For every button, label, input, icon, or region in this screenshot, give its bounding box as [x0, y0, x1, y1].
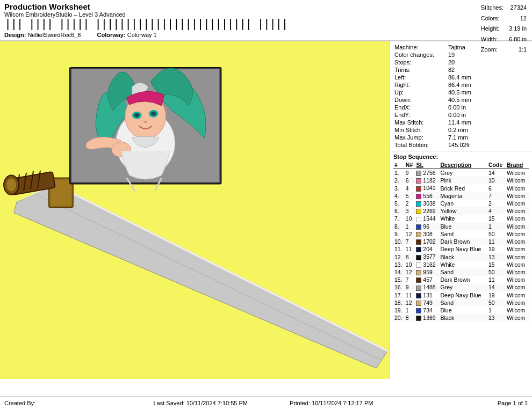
- stop-brand: Wilcom: [506, 215, 529, 222]
- color-swatch: [416, 293, 421, 298]
- machine-value: 40.5 mm: [447, 89, 529, 96]
- stop-st: 2756: [415, 169, 439, 177]
- stop-row: 10. 7 1702 Dark Brown 11 Wilcom: [393, 238, 529, 245]
- stop-row: 13. 10 3162 White 15 Wilcom: [393, 261, 529, 268]
- stop-n: 10: [405, 215, 415, 222]
- footer-created-label: Created By:: [4, 400, 35, 406]
- stop-n: 1: [405, 306, 415, 314]
- stop-n: 8: [405, 314, 415, 322]
- machine-label: Right:: [393, 81, 447, 89]
- stop-st: 556: [415, 192, 439, 200]
- footer-saved-value: 10/11/2024 7:10:55 PM: [186, 400, 248, 406]
- stop-n: 6: [405, 177, 415, 184]
- machine-value: 20: [447, 59, 529, 66]
- stop-n: 4: [405, 184, 415, 192]
- design-value: NellielSwordRec6_8: [27, 32, 81, 38]
- col-num: #: [393, 161, 405, 169]
- stop-st: 1182: [415, 177, 439, 184]
- stop-st: 2269: [415, 207, 439, 215]
- svg-point-19: [151, 112, 156, 116]
- stop-code: 50: [487, 299, 506, 306]
- stop-code: 14: [487, 169, 506, 177]
- stop-row: 9. 12 308 Sand 50 Wilcom: [393, 230, 529, 238]
- machine-label: Trims:: [393, 66, 447, 74]
- stop-row: 5. 2 3038 Cyan 2 Wilcom: [393, 200, 529, 207]
- stop-num: 7.: [393, 215, 405, 222]
- barcode: ||| |||| ||||| |||||||||||||||||||||||||…: [4, 19, 287, 31]
- stop-num: 18.: [393, 299, 405, 306]
- machine-info-row: EndY:0.00 in: [393, 111, 529, 119]
- col-code: Code: [487, 161, 506, 169]
- stop-n: 12: [405, 299, 415, 306]
- stop-desc: Blue: [440, 306, 488, 314]
- stop-brand: Wilcom: [506, 261, 529, 268]
- colorway-value: Colorway 1: [127, 32, 157, 38]
- stop-num: 9.: [393, 230, 405, 238]
- stop-code: 14: [487, 283, 506, 291]
- embroidery-illustration: [0, 41, 390, 379]
- embroidery-area: [0, 41, 390, 379]
- machine-label: Max Stitch:: [393, 119, 447, 126]
- stop-row: 6. 3 2269 Yellow 4 Wilcom: [393, 207, 529, 215]
- color-swatch: [416, 186, 421, 192]
- stop-brand: Wilcom: [506, 276, 529, 283]
- stop-num: 5.: [393, 200, 405, 207]
- stop-row: 1. 9 2756 Grey 14 Wilcom: [393, 169, 529, 177]
- stop-row: 2. 6 1182 Pink 10 Wilcom: [393, 177, 529, 184]
- stop-row: 12. 8 3577 Black 13 Wilcom: [393, 253, 529, 260]
- stop-code: 13: [487, 253, 506, 260]
- stop-num: 10.: [393, 238, 405, 245]
- color-swatch: [416, 201, 421, 207]
- top-stats: Stitches:27324Colors:12Height:3.19 inWid…: [480, 2, 528, 56]
- machine-info-row: Up:40.5 mm: [393, 89, 529, 96]
- stop-desc: Yellow: [440, 207, 488, 215]
- stat-value: 12: [509, 14, 527, 24]
- stop-code: 50: [487, 268, 506, 276]
- color-swatch: [416, 277, 421, 283]
- stop-n: 3: [405, 207, 415, 215]
- stop-n: 2: [405, 200, 415, 207]
- stop-st: 308: [415, 230, 439, 238]
- stop-num: 3.: [393, 184, 405, 192]
- machine-label: Stops:: [393, 59, 447, 66]
- stat-value: 1:1: [509, 45, 527, 55]
- stop-sequence-title: Stop Sequence:: [393, 154, 529, 160]
- machine-info-row: Left:86.4 mm: [393, 74, 529, 81]
- stop-n: 10: [405, 261, 415, 268]
- machine-info-row: Stops:20: [393, 59, 529, 66]
- stat-label: Colors:: [481, 14, 508, 24]
- stop-brand: Wilcom: [506, 291, 529, 299]
- stop-n: 11: [405, 291, 415, 299]
- stop-n: 1: [405, 223, 415, 230]
- stop-brand: Wilcom: [506, 223, 529, 230]
- stop-brand: Wilcom: [506, 238, 529, 245]
- stop-brand: Wilcom: [506, 314, 529, 322]
- stat-label: Stitches:: [481, 3, 508, 13]
- stop-brand: Wilcom: [506, 177, 529, 184]
- machine-value: 7.1 mm: [447, 134, 529, 141]
- stop-code: 1: [487, 306, 506, 314]
- machine-info-row: Right:86.4 mm: [393, 81, 529, 89]
- footer-saved: Last Saved: 10/11/2024 7:10:55 PM: [135, 400, 267, 406]
- machine-info-table: Machine:TajimaColor changes:19Stops:20Tr…: [393, 43, 529, 149]
- stat-label: Height:: [481, 24, 508, 34]
- color-swatch: [416, 194, 421, 199]
- stop-desc: Deep Navy Blue: [440, 291, 488, 299]
- stop-desc: Magenta: [440, 192, 488, 200]
- stop-row: 16. 9 1488 Grey 14 Wilcom: [393, 283, 529, 291]
- stop-desc: Deep Navy Blue: [440, 245, 488, 253]
- stop-brand: Wilcom: [506, 306, 529, 314]
- stop-sequence: Stop Sequence: # N# St. Description Code…: [390, 151, 532, 324]
- stop-num: 11.: [393, 245, 405, 253]
- main-content: Machine:TajimaColor changes:19Stops:20Tr…: [0, 41, 532, 379]
- stop-code: 1: [487, 223, 506, 230]
- machine-info-row: EndX:0.00 in: [393, 104, 529, 111]
- stop-code: 19: [487, 245, 506, 253]
- top-stat-row: Colors:12: [481, 14, 527, 24]
- stop-st: 959: [415, 268, 439, 276]
- sword-group: [4, 171, 387, 368]
- color-swatch: [416, 255, 421, 260]
- stop-st: 3577: [415, 253, 439, 260]
- stop-n: 9: [405, 283, 415, 291]
- stop-num: 6.: [393, 207, 405, 215]
